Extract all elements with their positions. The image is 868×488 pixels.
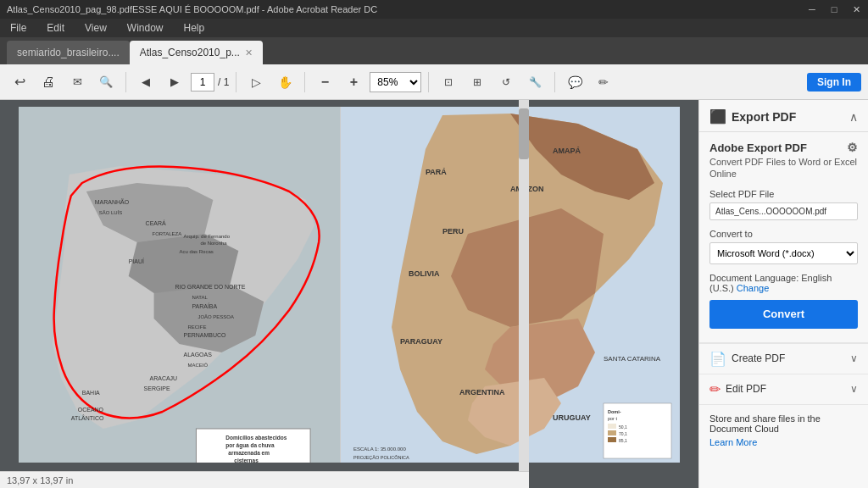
doc-language-label: Document Language: bbox=[709, 273, 798, 283]
cloud-section: Store and share files in the Document Cl… bbox=[699, 404, 868, 456]
svg-text:JOÃO PESSOA: JOÃO PESSOA bbox=[198, 314, 234, 319]
vertical-scrollbar[interactable] bbox=[519, 100, 529, 488]
menu-help[interactable]: Help bbox=[181, 20, 209, 36]
select-tool-btn[interactable]: ▷ bbox=[243, 69, 269, 95]
svg-text:SERGIPE: SERGIPE bbox=[144, 385, 170, 391]
adobe-export-title: Adobe Export PDF bbox=[709, 141, 807, 154]
svg-text:por t: por t bbox=[608, 416, 617, 421]
tab-atlas-close[interactable]: ✕ bbox=[245, 47, 253, 58]
email-btn[interactable]: ✉ bbox=[64, 69, 90, 95]
svg-text:SANTA CATARINA: SANTA CATARINA bbox=[604, 355, 661, 363]
svg-text:50,1: 50,1 bbox=[619, 424, 627, 430]
left-map-svg: MARANHÃO SÃO LUÍS CEARÁ FORTALEZA Arquip… bbox=[19, 107, 340, 463]
svg-text:de Noronha: de Noronha bbox=[200, 241, 227, 246]
svg-text:OCEANO: OCEANO bbox=[78, 407, 104, 413]
back-btn[interactable]: ↩ bbox=[7, 69, 32, 95]
separator-4 bbox=[428, 72, 429, 92]
page-number-input[interactable] bbox=[191, 73, 214, 92]
svg-text:ATLÂNTICO: ATLÂNTICO bbox=[71, 414, 104, 421]
page-dimensions: 13,97 x 13,97 in bbox=[7, 475, 73, 485]
menu-file[interactable]: File bbox=[7, 20, 30, 36]
svg-text:URUGUAY: URUGUAY bbox=[553, 413, 591, 422]
create-pdf-left: 📄 Create PDF bbox=[709, 351, 785, 367]
convert-to-label: Convert to bbox=[709, 229, 858, 239]
edit-pdf-label: Edit PDF bbox=[726, 383, 766, 395]
adobe-export-section: Adobe Export PDF ⚙ Convert PDF Files to … bbox=[699, 132, 868, 343]
svg-rect-70 bbox=[608, 430, 616, 435]
tools-btn[interactable]: 🔧 bbox=[522, 69, 548, 95]
fit-page-btn[interactable]: ⊡ bbox=[436, 69, 461, 95]
svg-text:BOLIVIA: BOLIVIA bbox=[409, 269, 440, 278]
convert-btn[interactable]: Convert bbox=[709, 300, 858, 329]
svg-text:PROJEÇÃO POLICÔNICA: PROJEÇÃO POLICÔNICA bbox=[353, 455, 409, 460]
separator-5 bbox=[554, 72, 555, 92]
svg-text:CEARÁ: CEARÁ bbox=[146, 219, 166, 226]
next-page-btn[interactable]: ▶ bbox=[162, 69, 187, 95]
tab-atlas-label: Atlas_Censo2010_p... bbox=[140, 47, 240, 58]
rotate-btn[interactable]: ↺ bbox=[493, 69, 519, 95]
edit-pdf-panel[interactable]: ✏ Edit PDF ∨ bbox=[699, 374, 868, 404]
pdf-page: Região Nordeste: Abastecimento de água p… bbox=[19, 107, 680, 463]
zoom-in-btn[interactable]: + bbox=[341, 69, 366, 95]
svg-text:PERU: PERU bbox=[442, 227, 464, 236]
svg-text:NATAL: NATAL bbox=[192, 295, 208, 300]
search-btn[interactable]: 🔍 bbox=[93, 69, 119, 95]
page-nav: / 1 bbox=[191, 73, 229, 92]
tab-semiarido[interactable]: semiarido_brasileiro.... bbox=[7, 41, 130, 64]
fit-width-btn[interactable]: ⊞ bbox=[465, 69, 490, 95]
select-file-label: Select PDF File bbox=[709, 189, 858, 199]
svg-text:RIO GRANDE DO NORTE: RIO GRANDE DO NORTE bbox=[175, 284, 246, 290]
svg-text:PIAUÍ: PIAUÍ bbox=[129, 258, 144, 264]
right-map-svg: AMAPÁ PARÁ AMAZON PERU BOLIVIA PARAGUAY … bbox=[341, 107, 680, 463]
maximize-btn[interactable]: □ bbox=[829, 4, 839, 14]
comment-btn[interactable]: 💬 bbox=[562, 69, 587, 95]
pen-btn[interactable]: ✏ bbox=[591, 69, 616, 95]
cloud-text: Store and share files in the Document Cl… bbox=[709, 413, 858, 434]
svg-text:PERNAMBUCO: PERNAMBUCO bbox=[183, 332, 226, 338]
titlebar-text: Atlas_Censo2010_pag_98.pdfESSE AQUI É BO… bbox=[7, 4, 377, 14]
adobe-export-title-row: Adobe Export PDF ⚙ bbox=[709, 141, 858, 154]
scrollbar-thumb[interactable] bbox=[519, 108, 529, 159]
zoom-select[interactable]: 85% 100% 125% 150% bbox=[370, 72, 421, 92]
selected-file-display[interactable]: Atlas_Cens...OOOOOOM.pdf bbox=[709, 202, 858, 220]
prev-page-btn[interactable]: ◀ bbox=[133, 69, 159, 95]
svg-text:RECIFE: RECIFE bbox=[187, 324, 206, 330]
hand-tool-btn[interactable]: ✋ bbox=[272, 69, 298, 95]
svg-rect-68 bbox=[608, 424, 616, 429]
minimize-btn[interactable]: ─ bbox=[807, 4, 817, 14]
panel-title: Export PDF bbox=[732, 110, 796, 124]
tab-atlas[interactable]: Atlas_Censo2010_p... ✕ bbox=[130, 41, 263, 64]
signin-btn[interactable]: Sign In bbox=[807, 73, 861, 92]
panel-header: ⬛ Export PDF ∧ bbox=[699, 100, 868, 132]
learn-more-link[interactable]: Learn More bbox=[709, 437, 757, 447]
adobe-settings-icon[interactable]: ⚙ bbox=[847, 141, 858, 154]
create-pdf-label: Create PDF bbox=[732, 352, 785, 364]
convert-to-select[interactable]: Microsoft Word (*.docx) Microsoft Excel … bbox=[709, 242, 858, 264]
close-btn[interactable]: ✕ bbox=[851, 4, 861, 14]
svg-text:SÃO LUÍS: SÃO LUÍS bbox=[99, 210, 123, 215]
separator-2 bbox=[236, 72, 236, 92]
panel-collapse-btn[interactable]: ∧ bbox=[849, 110, 858, 124]
svg-text:armazenada em: armazenada em bbox=[228, 450, 270, 456]
svg-text:Domi-: Domi- bbox=[608, 409, 621, 414]
svg-text:MACEIÓ: MACEIÓ bbox=[187, 363, 208, 368]
print-btn[interactable]: 🖨 bbox=[36, 69, 61, 95]
edit-pdf-expand-icon: ∨ bbox=[850, 383, 858, 395]
export-pdf-icon: ⬛ bbox=[709, 108, 726, 125]
edit-pdf-left: ✏ Edit PDF bbox=[709, 381, 766, 397]
menu-view[interactable]: View bbox=[81, 20, 110, 36]
svg-rect-72 bbox=[608, 437, 616, 442]
pdf-view[interactable]: Região Nordeste: Abastecimento de água p… bbox=[0, 100, 698, 488]
edit-pdf-icon: ✏ bbox=[709, 381, 721, 397]
toolbar: ↩ 🖨 ✉ 🔍 ◀ ▶ / 1 ▷ ✋ − + 85% 100% 125% 15… bbox=[0, 64, 868, 100]
zoom-out-btn[interactable]: − bbox=[312, 69, 337, 95]
menu-window[interactable]: Window bbox=[124, 20, 167, 36]
change-language-link[interactable]: Change bbox=[737, 283, 770, 293]
adobe-export-description: Convert PDF Files to Word or Excel Onlin… bbox=[709, 156, 858, 180]
create-pdf-panel[interactable]: 📄 Create PDF ∨ bbox=[699, 343, 868, 374]
svg-text:PARÁ: PARÁ bbox=[426, 168, 447, 176]
svg-text:PARAGUAY: PARAGUAY bbox=[400, 337, 442, 346]
menu-edit[interactable]: Edit bbox=[43, 20, 68, 36]
create-pdf-expand-icon: ∨ bbox=[850, 352, 858, 364]
create-pdf-icon: 📄 bbox=[709, 351, 726, 367]
